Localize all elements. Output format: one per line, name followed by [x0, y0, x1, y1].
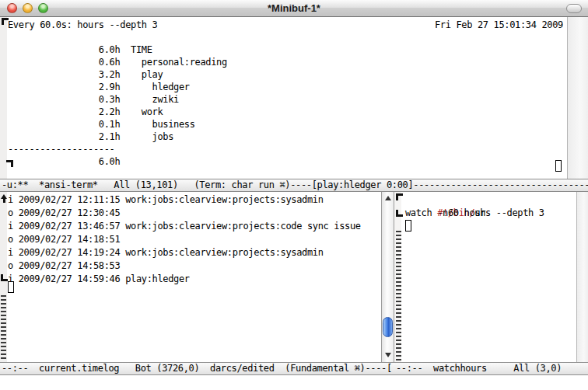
empty-lines-indicator	[1, 295, 6, 360]
scrollbar-up-arrow-icon[interactable]	[382, 193, 394, 204]
report-line: 3.2h play	[8, 68, 163, 81]
timelog-scrollbar[interactable]	[381, 192, 394, 362]
modeline-timelog[interactable]: --:-- current.timelog Bot (3726,0) darcs…	[0, 362, 394, 375]
toolbar-toggle-button[interactable]	[566, 4, 582, 13]
timelog-line: o 2009/02/27 12:30:45	[8, 207, 120, 220]
inactive-cursor	[405, 220, 411, 232]
modeline-watchhours[interactable]: --:-- watchhours All (3,0)	[394, 362, 588, 375]
scrollbar-track-top[interactable]	[567, 17, 588, 179]
report-line: 0.6h personal:reading	[8, 56, 227, 68]
report-line: 2.1h jobs	[8, 131, 173, 143]
scrollbar-thumb[interactable]	[383, 317, 393, 337]
timelog-line: i 2009/02/27 14:59:46 play:hledger	[8, 273, 190, 286]
minibuffer[interactable]: Redo: (ansi-term "/Users/simon/bin/watch…	[0, 375, 588, 390]
timelog-line: o 2009/02/27 14:18:51	[8, 233, 120, 246]
report-line: 6.0h TIME	[8, 44, 152, 56]
timelog-window[interactable]: i 2009/02/27 12:11:15 work:jobs:clearvie…	[0, 192, 381, 362]
bottom-of-buffer-icon	[1, 274, 8, 281]
report-total: 6.0h	[8, 155, 120, 168]
empty-lines-indicator	[396, 231, 401, 360]
watch-header-left: Every 60.0s: hours --depth 3	[8, 19, 158, 31]
scrollbar-down-arrow-icon[interactable]	[382, 350, 394, 361]
report-separator: --------------------	[8, 143, 115, 155]
timelog-line: o 2009/02/27 14:58:53	[8, 259, 120, 273]
scrollbar-track-right[interactable]	[576, 192, 588, 362]
script-command-line: watch -n60 hours --depth 3	[405, 207, 544, 220]
top-of-buffer-icon	[396, 193, 403, 200]
report-line: 0.1h business	[8, 118, 195, 131]
report-line: 2.9h hledger	[8, 81, 190, 93]
left-fringe	[0, 17, 7, 179]
timelog-line: i 2009/02/27 13:46:57 work:jobs:clearvie…	[8, 220, 361, 233]
terminal-cursor	[555, 160, 562, 172]
inactive-cursor	[8, 281, 14, 293]
title-bar[interactable]: *Minibuf-1*	[0, 0, 588, 17]
ansi-term-window[interactable]: Every 60.0s: hours --depth 3 Fri Feb 27 …	[0, 17, 588, 179]
modeline-ansi-term[interactable]: -u:** *ansi-term* All (13,101) (Term: ch…	[0, 179, 588, 192]
scroll-up-indicator-icon	[1, 194, 8, 203]
report-line: 0.3h zwiki	[8, 93, 179, 106]
script-shebang-line: #!/bin/sh	[405, 193, 485, 207]
bottom-of-buffer-icon	[6, 160, 13, 167]
bottom-of-buffer-icon	[396, 210, 403, 217]
timelog-line: i 2009/02/27 14:19:24 work:jobs:clearvie…	[8, 246, 324, 259]
emacs-frame: *Minibuf-1* Every 60.0s: hours --depth 3…	[0, 0, 588, 390]
report-line: 2.2h work	[8, 106, 163, 118]
watch-header-right: Fri Feb 27 15:01:34 2009	[435, 19, 563, 31]
timelog-line: i 2009/02/27 12:11:15 work:jobs:clearvie…	[8, 193, 324, 207]
watchhours-window[interactable]: #!/bin/sh watch -n60 hours --depth 3	[394, 192, 588, 362]
window-title: *Minibuf-1*	[0, 2, 588, 14]
